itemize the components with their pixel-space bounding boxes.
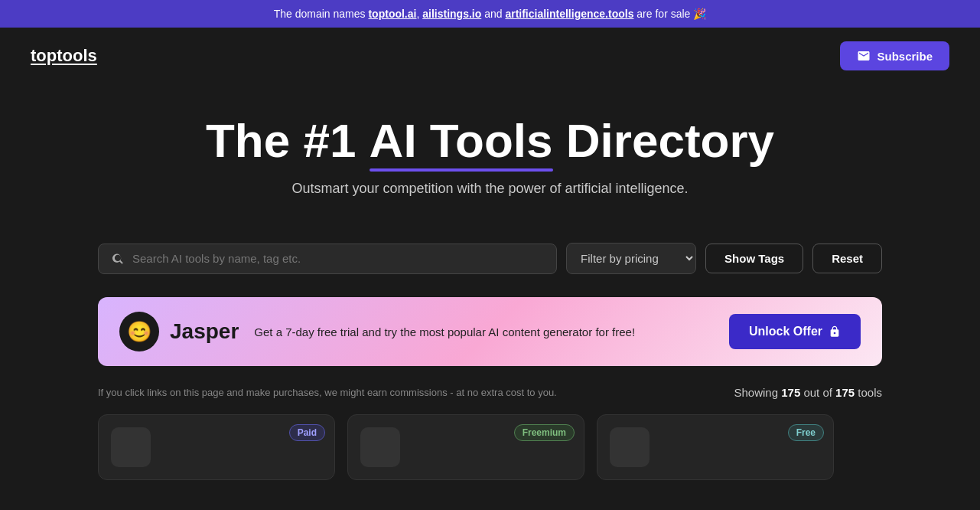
price-badge: Freemium — [514, 424, 575, 441]
hero-headline: The #1 AI Tools Directory — [15, 115, 965, 167]
headline-highlight: AI Tools — [370, 115, 553, 167]
top-banner: The domain names toptool.ai, ailistings.… — [0, 0, 980, 28]
lock-icon — [829, 325, 841, 338]
banner-link-aitools[interactable]: artificialintelligence.tools — [505, 8, 633, 20]
tool-card[interactable]: Freemium — [347, 414, 584, 480]
showing-label: tools — [858, 386, 882, 399]
show-tags-button[interactable]: Show Tags — [705, 244, 803, 273]
email-icon — [857, 49, 871, 63]
promo-description: Get a 7-day free trial and try the most … — [254, 324, 714, 340]
search-icon — [111, 252, 125, 266]
banner-text-before: The domain names — [274, 8, 366, 20]
disclaimer-text: If you click links on this page and make… — [98, 387, 557, 398]
promo-logo-group: 😊 Jasper — [119, 312, 239, 351]
promo-banner: 😊 Jasper Get a 7-day free trial and try … — [98, 297, 882, 366]
pricing-filter-select[interactable]: Filter by pricing Free Freemium Paid — [566, 243, 696, 274]
results-count: Showing 175 out of 175 tools — [734, 386, 882, 399]
header: toptools Subscribe — [0, 28, 980, 84]
search-area: Filter by pricing Free Freemium Paid Sho… — [0, 243, 980, 274]
unlock-offer-button[interactable]: Unlock Offer — [729, 314, 861, 349]
tool-card-thumbnail — [610, 427, 650, 467]
reset-button[interactable]: Reset — [812, 244, 882, 273]
price-badge: Free — [788, 424, 824, 441]
promo-brand-name: Jasper — [170, 319, 239, 344]
banner-link-toptool[interactable]: toptool.ai — [368, 8, 416, 20]
tool-card-thumbnail — [360, 427, 400, 467]
search-box-wrapper — [98, 244, 557, 274]
showing-separator: out of — [803, 386, 832, 399]
logo[interactable]: toptools — [31, 46, 97, 66]
banner-text-after: are for sale 🎉 — [637, 8, 706, 20]
headline-prefix: The #1 — [206, 114, 370, 167]
search-input[interactable] — [132, 252, 544, 265]
subscribe-button[interactable]: Subscribe — [840, 41, 949, 70]
tool-card[interactable]: Paid — [98, 414, 335, 480]
tool-card[interactable]: Free — [597, 414, 834, 480]
tools-row: Paid Freemium Free — [0, 407, 980, 480]
promo-icon: 😊 — [119, 312, 159, 351]
showing-current: 175 — [781, 386, 800, 399]
price-badge: Paid — [289, 424, 325, 441]
hero-section: The #1 AI Tools Directory Outsmart your … — [0, 84, 980, 220]
banner-link-ailistings[interactable]: ailistings.io — [422, 8, 481, 20]
headline-suffix: Directory — [553, 114, 774, 167]
hero-subheading: Outsmart your competition with the power… — [15, 181, 965, 197]
disclaimer-row: If you click links on this page and make… — [0, 378, 980, 407]
tool-card-thumbnail — [111, 427, 151, 467]
showing-total: 175 — [835, 386, 855, 399]
showing-prefix: Showing — [734, 386, 778, 399]
